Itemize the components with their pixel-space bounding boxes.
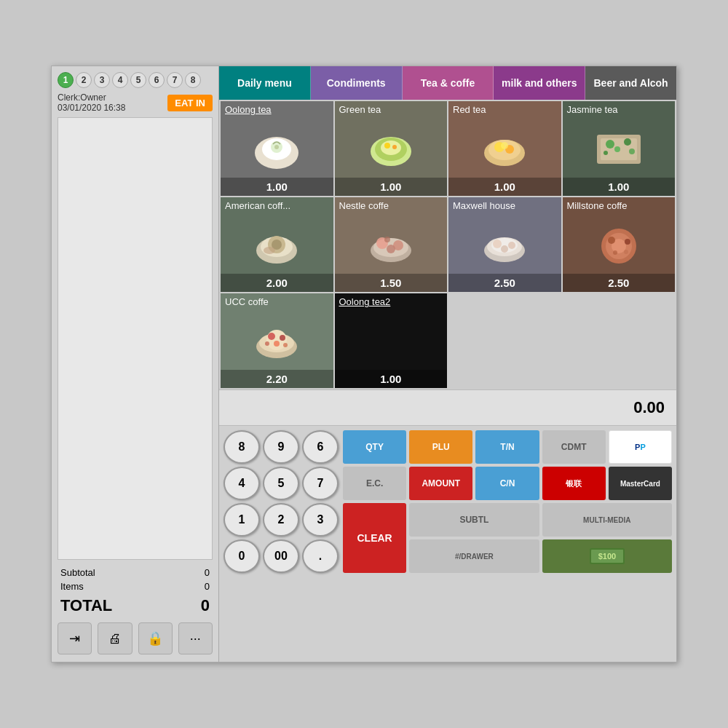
num-00[interactable]: 00 [263, 539, 299, 573]
product-red-tea[interactable]: Red tea 1.00 [448, 101, 561, 196]
func-grid: QTY PLU T/N CDMT PP E.C. AMOUNT C/N 银联 M… [343, 430, 672, 657]
product-price: 1.00 [563, 178, 676, 196]
tab-beer-alcoh[interactable]: Beer and Alcoh [585, 66, 676, 100]
session-7[interactable]: 7 [167, 72, 183, 88]
session-3[interactable]: 3 [94, 72, 110, 88]
svg-point-18 [614, 146, 620, 152]
product-name: Green tea [335, 101, 448, 116]
multimedia-button[interactable]: MULTI-MEDIA [542, 503, 672, 537]
num-dot[interactable]: . [302, 539, 339, 573]
product-name: Red tea [448, 101, 561, 116]
mastercard-button[interactable]: MasterCard [609, 467, 672, 500]
svg-point-17 [624, 138, 631, 146]
plu-button[interactable]: PLU [409, 430, 472, 464]
num-0[interactable]: 0 [223, 539, 260, 573]
left-panel: 1 2 3 4 5 6 7 8 Clerk:Owner 03/01/2020 1… [52, 66, 219, 662]
session-1[interactable]: 1 [58, 72, 74, 88]
num-2[interactable]: 2 [263, 503, 299, 537]
product-oolong-tea2[interactable]: Oolong tea2 1.00 [335, 293, 448, 388]
product-price: 1.00 [221, 178, 333, 196]
product-image [448, 116, 561, 178]
product-name: Jasmine tea [563, 101, 676, 116]
product-name: Millstone coffe [563, 197, 676, 213]
subtotal-value: 0 [205, 567, 210, 578]
product-price: 2.20 [221, 370, 333, 388]
more-button[interactable]: ··· [178, 622, 213, 654]
svg-point-41 [608, 237, 615, 244]
eat-in-button[interactable]: EAT IN [167, 95, 213, 111]
num-5[interactable]: 5 [263, 467, 299, 500]
tab-milk-others[interactable]: milk and others [494, 66, 585, 100]
clerk-info: Clerk:Owner 03/01/2020 16:38 EAT IN [58, 92, 213, 113]
product-name: UCC coffe [221, 293, 333, 309]
product-image [335, 309, 448, 370]
session-4[interactable]: 4 [112, 72, 128, 88]
receipt-amount: 0.00 [633, 398, 665, 417]
order-area [58, 117, 213, 560]
items-label: Items [60, 581, 84, 592]
product-millstone-coffe[interactable]: Millstone coffe 2.50 [563, 197, 676, 292]
product-price: 1.50 [335, 274, 448, 292]
qty-button[interactable]: QTY [343, 430, 406, 464]
num-1[interactable]: 1 [223, 503, 260, 537]
tab-condiments[interactable]: Condiments [311, 66, 403, 100]
cash-button[interactable]: $100 [542, 539, 672, 573]
svg-point-50 [274, 341, 280, 347]
total-value: 0 [201, 596, 210, 615]
product-image [448, 213, 561, 274]
session-8[interactable]: 8 [185, 72, 201, 88]
product-image [335, 116, 448, 178]
product-price: 1.00 [335, 178, 448, 196]
cdmt-button[interactable]: CDMT [542, 430, 606, 464]
svg-point-3 [274, 145, 279, 149]
session-2[interactable]: 2 [76, 72, 92, 88]
product-image [563, 213, 676, 274]
product-nestle-coffe[interactable]: Nestle coffe 1.50 [335, 197, 448, 292]
logout-button[interactable]: ⇥ [58, 622, 92, 654]
product-grid: Oolong tea 1.00 Green tea [219, 100, 676, 389]
svg-point-19 [604, 151, 608, 155]
paypal-button[interactable]: PP [609, 430, 672, 464]
product-image [335, 213, 448, 274]
tab-tea-coffe[interactable]: Tea & coffe [403, 66, 494, 100]
svg-point-48 [268, 333, 275, 340]
subtl-button[interactable]: SUBTL [409, 503, 539, 537]
product-jasmine-tea[interactable]: Jasmine tea 1.00 [563, 101, 676, 196]
session-6[interactable]: 6 [149, 72, 165, 88]
clear-button[interactable]: CLEAR [343, 503, 406, 573]
tn-button[interactable]: T/N [475, 430, 539, 464]
svg-point-36 [508, 242, 515, 249]
num-4[interactable]: 4 [223, 467, 260, 500]
category-tabs: Daily menu Condiments Tea & coffe milk a… [219, 66, 676, 100]
svg-text:$100: $100 [598, 552, 616, 561]
product-price: 2.00 [221, 274, 333, 292]
cn-button[interactable]: C/N [475, 467, 539, 500]
num-3[interactable]: 3 [302, 503, 339, 537]
drawer-button[interactable]: #/DRAWER [409, 539, 539, 573]
product-maxwell-house[interactable]: Maxwell house 2.50 [448, 197, 561, 292]
print-button[interactable]: 🖨 [98, 622, 132, 654]
num-8[interactable]: 8 [223, 430, 260, 464]
product-image [221, 213, 333, 274]
amount-button[interactable]: AMOUNT [409, 467, 472, 500]
num-9[interactable]: 9 [263, 430, 299, 464]
product-image [221, 309, 333, 370]
product-ucc-coffe[interactable]: UCC coffe 2.20 [221, 293, 333, 388]
session-5[interactable]: 5 [130, 72, 146, 88]
svg-point-35 [493, 240, 502, 248]
product-american-coffe[interactable]: American coff... 2.00 [221, 197, 333, 292]
num-6[interactable]: 6 [302, 430, 339, 464]
product-green-tea[interactable]: Green tea 1.00 [335, 101, 448, 196]
unionpay-button[interactable]: 银联 [542, 467, 606, 500]
receipt-display: 0.00 [219, 389, 676, 426]
product-image [221, 116, 333, 178]
product-price: 2.50 [563, 274, 676, 292]
lock-button[interactable]: 🔒 [138, 622, 173, 654]
product-oolong-tea[interactable]: Oolong tea 1.00 [221, 101, 333, 196]
ec-button[interactable]: E.C. [343, 467, 406, 500]
svg-point-52 [283, 343, 288, 347]
tab-daily-menu[interactable]: Daily menu [219, 66, 311, 100]
svg-point-42 [625, 239, 630, 245]
num-7[interactable]: 7 [302, 467, 339, 500]
svg-point-44 [624, 250, 628, 254]
